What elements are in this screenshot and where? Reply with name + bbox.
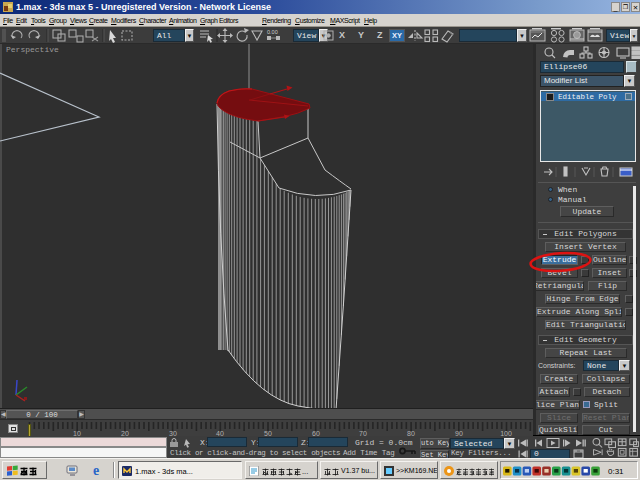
svg-text:0.00: 0.00 xyxy=(267,29,278,35)
